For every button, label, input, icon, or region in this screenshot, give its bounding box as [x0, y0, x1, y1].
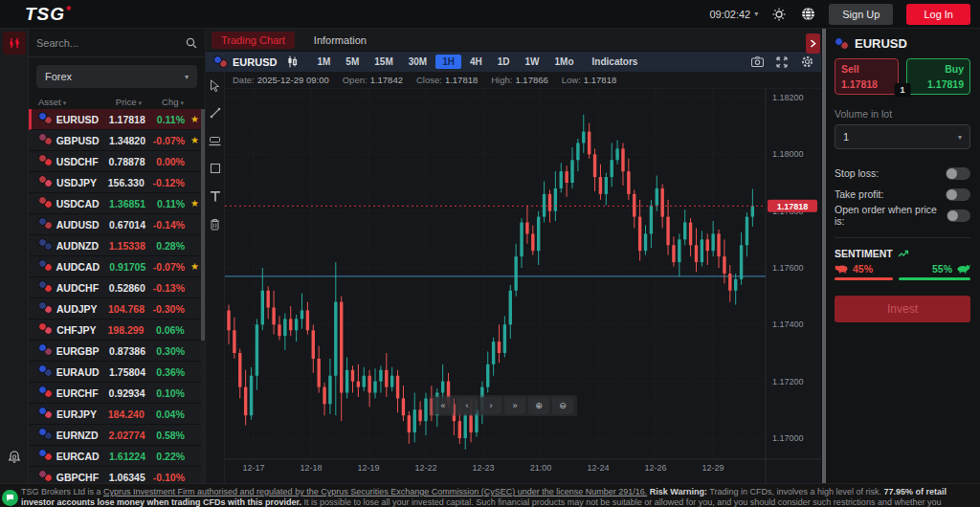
- watchlist-row-audusd[interactable]: AUDUSD0.67014-0.14%: [29, 214, 205, 235]
- favorite-star-icon[interactable]: ★: [185, 135, 199, 145]
- column-chg[interactable]: Chg▾: [142, 97, 184, 107]
- toggle-switch-take-profit-[interactable]: [946, 188, 970, 201]
- invest-button[interactable]: Invest: [835, 296, 970, 322]
- toggle-row: Open order when price is:: [835, 205, 970, 226]
- chart-type-candles-icon[interactable]: [286, 55, 299, 68]
- asset-change: -0.12%: [145, 177, 185, 188]
- panel-collapse-button[interactable]: [806, 33, 820, 54]
- brand-logo[interactable]: TSG*: [25, 4, 71, 25]
- chevron-down-icon: ▾: [958, 133, 962, 142]
- screenshot-camera-icon[interactable]: [750, 55, 764, 69]
- spread-badge: 1: [894, 83, 910, 97]
- search-input[interactable]: [36, 37, 180, 49]
- chart-nav-step-back-button[interactable]: ‹: [457, 397, 478, 414]
- theme-toggle-sun-icon[interactable]: [771, 7, 787, 22]
- watchlist-row-gbpusd[interactable]: GBPUSD1.34820-0.07%★: [29, 130, 205, 151]
- cysec-license-link[interactable]: Cyprus Investment Firm authorised and re…: [103, 487, 647, 496]
- toggle-switch-open-order-when-price-is-[interactable]: [947, 209, 970, 222]
- timeframe-1d[interactable]: 1D: [491, 55, 517, 69]
- chart-nav-zoom-out-button[interactable]: ⊖: [552, 397, 573, 414]
- timeframe-30m[interactable]: 30M: [402, 55, 434, 69]
- pair-flag-icon: [38, 217, 53, 230]
- column-price[interactable]: Price▾: [92, 97, 142, 107]
- watchlist-row-audnzd[interactable]: AUDNZD1.153380.28%: [29, 235, 205, 256]
- text-tool-icon[interactable]: [208, 188, 223, 204]
- pair-flag-icon: [38, 196, 53, 209]
- pair-flag-icon: [38, 133, 53, 145]
- trendline-tool-icon[interactable]: [208, 105, 223, 121]
- chart-nav-skip-to-start-button[interactable]: «: [433, 397, 454, 414]
- timeframe-1h[interactable]: 1H: [435, 55, 461, 69]
- delete-trash-icon[interactable]: [208, 216, 223, 231]
- chart-nav-step-forward-button[interactable]: ›: [480, 397, 501, 414]
- panel-scrollbar[interactable]: [822, 29, 826, 483]
- chart-nav-zoom-in-button[interactable]: ⊕: [528, 397, 549, 414]
- timeframe-1w[interactable]: 1W: [519, 55, 546, 69]
- disclaimer-text: Trading in CFDs, involves a high level o…: [707, 487, 884, 496]
- eurusd-flag-icon: [835, 37, 849, 50]
- watchlist-row-usdchf[interactable]: USDCHF0.788780.00%: [29, 151, 205, 172]
- volume-select[interactable]: 1 ▾: [835, 124, 970, 149]
- timeframe-1m[interactable]: 1M: [310, 55, 337, 69]
- chevron-down-icon: ▾: [185, 73, 189, 81]
- buy-button[interactable]: Buy 1.17819: [906, 58, 970, 95]
- tab-trading-chart[interactable]: Trading Chart: [212, 32, 295, 49]
- watchlist-row-audcad[interactable]: AUDCAD0.91705-0.07%★: [29, 256, 205, 277]
- drawing-tools: [206, 72, 225, 483]
- category-select[interactable]: Forex ▾: [36, 65, 197, 88]
- rectangle-tool-icon[interactable]: [208, 161, 223, 176]
- measure-tool-icon[interactable]: [208, 133, 223, 148]
- notifications-bell-icon[interactable]: [8, 450, 21, 464]
- watchlist-row-eurusd[interactable]: EURUSD1.178180.11%★: [29, 109, 205, 130]
- symbol-selector[interactable]: EURUSD: [213, 55, 277, 68]
- asset-change: 0.58%: [145, 430, 185, 441]
- support-chat-icon[interactable]: [2, 490, 18, 506]
- sentiment-label: SENTIMENT: [835, 248, 893, 259]
- column-asset[interactable]: Asset▾: [38, 97, 92, 107]
- ohlc-date: Date:2025-12-29 09:00: [233, 75, 329, 85]
- server-time-dropdown[interactable]: 09:02:42 ▾: [709, 9, 758, 20]
- cursor-tool-icon[interactable]: [208, 77, 223, 93]
- watchlist-row-audchf[interactable]: AUDCHF0.52860-0.13%: [29, 277, 205, 298]
- watchlist-row-eurnzd[interactable]: EURNZD2.027740.58%: [29, 425, 205, 446]
- watchlist-row-usdcad[interactable]: USDCAD1.368510.11%★: [29, 193, 205, 214]
- candlestick-chart[interactable]: 1.182001.180001.178001.176001.174001.172…: [225, 89, 821, 483]
- watchlist-row-eurjpy[interactable]: EURJPY184.2400.04%: [29, 404, 205, 425]
- chart-settings-gear-icon[interactable]: [800, 55, 813, 69]
- timeframe-1mo[interactable]: 1Mo: [548, 55, 581, 69]
- toggle-switch-stop-loss-[interactable]: [946, 167, 970, 180]
- watchlist-row-eurchf[interactable]: EURCHF0.929340.10%: [29, 383, 205, 404]
- asset-change: -0.14%: [145, 219, 185, 231]
- watchlist-row-euraud[interactable]: EURAUD1.758040.36%: [29, 362, 205, 383]
- volume-label: Volume in lot: [835, 108, 970, 120]
- search-icon[interactable]: [186, 37, 197, 49]
- fullscreen-icon[interactable]: [775, 55, 789, 69]
- watchlist-row-usdjpy[interactable]: USDJPY156.330-0.12%: [29, 172, 205, 193]
- favorite-star-icon[interactable]: ★: [185, 198, 199, 209]
- trading-app: TSG* 09:02:42 ▾ Sign Up Log In: [0, 0, 980, 507]
- timeframe-5m[interactable]: 5M: [339, 55, 366, 69]
- asset-price: 1.75804: [100, 366, 145, 378]
- watchlist-row-eurgbp[interactable]: EURGBP0.873860.30%: [29, 341, 205, 362]
- timeframe-15m[interactable]: 15M: [368, 55, 399, 69]
- timeframe-4h[interactable]: 4H: [463, 55, 489, 69]
- sign-up-button[interactable]: Sign Up: [829, 4, 893, 25]
- watchlist-row-chfjpy[interactable]: CHFJPY198.2990.06%: [29, 320, 205, 341]
- watchlist-row-eurcad[interactable]: EURCAD1.612240.22%: [29, 446, 205, 467]
- markets-icon[interactable]: [3, 32, 26, 55]
- watchlist-row-gbpchf[interactable]: GBPCHF1.06345-0.10%: [29, 467, 205, 483]
- asset-pair: AUDNZD: [56, 240, 99, 252]
- favorite-star-icon[interactable]: ★: [185, 114, 199, 124]
- sell-button[interactable]: Sell 1.17818: [835, 58, 899, 95]
- indicators-button[interactable]: Indicators: [592, 56, 638, 67]
- watchlist-row-audjpy[interactable]: AUDJPY104.768-0.30%: [29, 298, 205, 320]
- log-in-button[interactable]: Log In: [906, 4, 970, 25]
- ohlc-open: Open:1.17842: [343, 75, 403, 85]
- tab-information[interactable]: Information: [304, 32, 376, 49]
- watchlist-scrollbar[interactable]: [201, 109, 205, 483]
- asset-change: 0.36%: [145, 366, 185, 378]
- asset-pair: EURCHF: [56, 387, 99, 399]
- favorite-star-icon[interactable]: ★: [185, 261, 199, 272]
- language-globe-icon[interactable]: [800, 7, 815, 22]
- chart-nav-skip-to-end-button[interactable]: »: [504, 397, 525, 414]
